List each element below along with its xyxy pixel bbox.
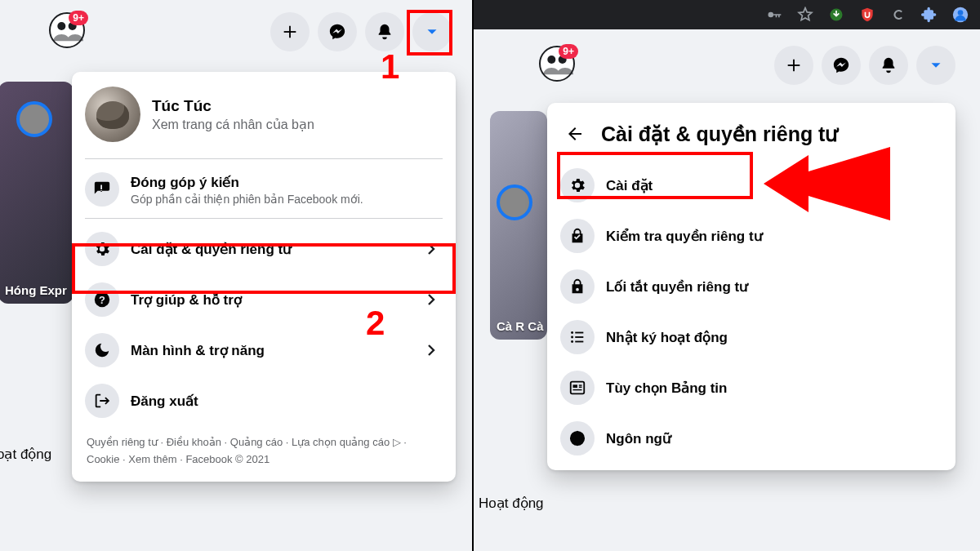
avatar [85,87,140,142]
svg-rect-18 [579,384,582,385]
logout-label: Đăng xuất [131,393,443,410]
arrow-left-icon [565,124,585,144]
news-feed-prefs-label: Tùy chọn Bảng tin [606,380,942,397]
story-label: Hóng Expr [5,283,67,297]
bg-activity-text: oạt động [0,446,51,463]
svg-point-4 [768,12,774,18]
svg-rect-13 [575,332,583,334]
bg-activity-text: Hoạt động [479,495,544,512]
activity-log-label: Nhật ký hoạt động [606,329,942,346]
profile-link[interactable]: Túc Túc Xem trang cá nhân của bạn [78,78,449,155]
plus-icon [281,23,299,41]
feedback-icon [85,172,119,207]
help-support-item[interactable]: ? Trợ giúp & hỗ trợ [78,274,449,325]
news-feed-icon [560,371,595,405]
messenger-button[interactable] [822,46,861,85]
help-support-label: Trợ giúp & hỗ trợ [131,291,420,309]
svg-point-11 [571,336,573,339]
account-dropdown-button[interactable] [412,12,452,51]
list-icon [560,320,595,354]
privacy-checkup-label: Kiểm tra quyền riêng tư [606,228,942,245]
svg-rect-19 [579,387,582,388]
settings-label: Cài đặt [606,177,942,194]
messenger-button[interactable] [318,12,357,51]
browser-toolbar [474,0,980,29]
settings-privacy-item[interactable]: Cài đặt & quyền riêng tư [78,224,449,274]
svg-point-8 [547,56,555,64]
profile-avatar-icon[interactable] [952,7,969,23]
globe-icon [560,421,595,455]
messenger-icon [832,56,850,74]
svg-point-0 [57,22,65,30]
plus-icon [785,56,803,74]
svg-rect-20 [573,389,582,390]
extensions-icon[interactable] [921,7,938,23]
gear-icon [560,168,595,202]
caret-down-icon [927,56,945,74]
settings-item[interactable]: Cài đặt [554,160,949,211]
svg-rect-17 [573,384,578,388]
svg-rect-15 [575,341,583,343]
chevron-right-icon [420,288,443,311]
notifications-button[interactable] [365,12,404,51]
moon-icon [85,333,119,367]
privacy-checkup-item[interactable]: Kiểm tra quyền riêng tư [554,211,949,261]
settings-privacy-submenu: Cài đặt & quyền riêng tư Cài đặt Kiểm tr… [547,103,956,470]
lock-check-icon [560,219,595,253]
story-label: Cà R Cà [497,319,544,333]
story-tile[interactable]: Cà R Cà [490,111,547,340]
privacy-shortcuts-item[interactable]: Lối tắt quyền riêng tư [554,261,949,312]
account-dropdown-button[interactable] [916,46,956,85]
logout-item[interactable]: Đăng xuất [78,375,449,426]
logout-icon [85,384,119,418]
caret-down-icon [423,23,441,41]
messenger-icon [328,23,346,41]
bell-icon [880,56,898,74]
svg-point-7 [958,10,964,16]
submenu-title: Cài đặt & quyền riêng tư [601,122,838,146]
gear-icon [85,232,119,266]
create-button[interactable] [774,46,813,85]
feedback-item[interactable]: Đóng góp ý kiến Góp phần cải thiện phiên… [78,164,449,215]
divider [85,218,443,219]
profile-name: Túc Túc [152,97,314,115]
story-avatar-ring [16,101,52,137]
svg-rect-14 [575,336,583,338]
key-icon[interactable] [766,7,782,23]
notif-badge: 9+ [559,44,578,59]
ext-idm-icon[interactable] [828,7,844,23]
question-icon: ? [85,282,119,317]
lock-icon [560,269,595,304]
story-avatar-ring [497,184,532,220]
privacy-shortcuts-label: Lối tắt quyền riêng tư [606,278,942,295]
notifications-button[interactable] [869,46,908,85]
feedback-title: Đóng góp ý kiến [131,174,443,191]
display-access-label: Màn hình & trợ năng [131,342,420,359]
language-label: Ngôn ngữ [606,430,942,447]
language-item[interactable]: Ngôn ngữ [554,413,949,464]
news-feed-prefs-item[interactable]: Tùy chọn Bảng tin [554,362,949,413]
svg-text:?: ? [99,294,105,306]
chevron-right-icon [420,238,443,260]
ext-ublock-icon[interactable] [859,7,875,23]
profile-subtitle: Xem trang cá nhân của bạn [152,117,314,132]
groups-icon[interactable]: 9+ [539,46,575,82]
divider [85,158,443,159]
svg-point-10 [571,331,573,334]
ext-c-icon[interactable] [890,7,906,23]
back-button[interactable] [560,119,590,149]
settings-privacy-label: Cài đặt & quyền riêng tư [131,241,420,258]
groups-icon[interactable]: 9+ [49,12,85,48]
notif-badge: 9+ [69,11,88,25]
story-tile[interactable]: Hóng Expr [0,82,74,304]
account-menu: Túc Túc Xem trang cá nhân của bạn Đóng g… [72,72,456,482]
activity-log-item[interactable]: Nhật ký hoạt động [554,312,949,362]
create-button[interactable] [270,12,310,51]
chevron-right-icon [420,339,443,362]
svg-point-12 [571,340,573,343]
bell-icon [376,23,394,41]
footer-links[interactable]: Quyền riêng tư · Điều khoản · Quảng cáo … [78,426,449,475]
star-icon[interactable] [797,7,813,23]
feedback-subtitle: Góp phần cải thiện phiên bản Facebook mớ… [131,193,443,206]
display-access-item[interactable]: Màn hình & trợ năng [78,325,449,375]
